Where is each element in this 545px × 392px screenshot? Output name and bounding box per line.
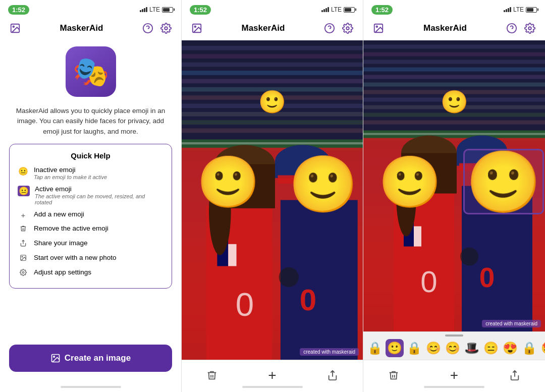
picker-emoji-lock-2[interactable]: 🔒 bbox=[406, 339, 423, 357]
svg-rect-27 bbox=[182, 120, 363, 125]
signal-bar bbox=[506, 9, 507, 12]
picker-emoji-lock-1[interactable]: 🔒 bbox=[366, 339, 384, 357]
photo-icon bbox=[18, 254, 29, 263]
help-main-share: Share your image bbox=[34, 239, 88, 247]
svg-point-48 bbox=[376, 26, 377, 27]
quick-help-box: Quick Help 😐 Inactive emoji Tap an emoji… bbox=[9, 144, 172, 289]
help-icon-1[interactable] bbox=[141, 21, 155, 35]
svg-point-80 bbox=[460, 248, 478, 266]
settings-icon-2[interactable] bbox=[341, 21, 355, 35]
image-nav-icon-1[interactable] bbox=[8, 21, 22, 35]
screen-panel-2: 1:52 LTE MaskerAid bbox=[182, 0, 363, 392]
signal-bar bbox=[142, 9, 143, 12]
svg-point-44 bbox=[279, 267, 299, 287]
signal-bar bbox=[323, 9, 325, 12]
share-button-3[interactable] bbox=[504, 364, 526, 386]
status-time-3: 1:52 bbox=[371, 5, 393, 15]
nav-icons-right-2 bbox=[322, 21, 355, 35]
help-main-remove: Remove the active emoji bbox=[34, 225, 108, 232]
signal-bar bbox=[321, 10, 323, 12]
settings-icon-1[interactable] bbox=[159, 21, 173, 35]
quick-help-title: Quick Help bbox=[18, 151, 164, 160]
photo-area-2[interactable]: 0 0 🙂 🙂 🙂 created with maskeraid bbox=[182, 40, 363, 360]
trash-icon bbox=[18, 225, 29, 234]
image-nav-icon-3[interactable] bbox=[371, 21, 386, 35]
signal-bar bbox=[508, 8, 509, 12]
help-item-remove: Remove the active emoji bbox=[18, 225, 164, 234]
picker-emoji-smile-3[interactable]: 😊 bbox=[444, 339, 461, 357]
svg-point-51 bbox=[528, 27, 531, 30]
lte-label-3: LTE bbox=[513, 6, 524, 13]
svg-rect-58 bbox=[363, 75, 545, 79]
delete-button-2[interactable] bbox=[201, 364, 223, 386]
battery-icon-3 bbox=[526, 7, 537, 13]
signal-bar bbox=[146, 7, 147, 12]
svg-rect-28 bbox=[182, 129, 363, 133]
screen-panel-1: 1:52 LTE MaskerAid bbox=[0, 0, 182, 392]
status-time-2: 1:52 bbox=[190, 5, 211, 15]
emoji-picker-3: 🔒 🙂 🔒 😊 😊 🎩 😑 😍 🔒 🤩 bbox=[363, 331, 545, 360]
emoji-large-right-active-3[interactable]: 🙂 bbox=[463, 149, 544, 214]
picker-emoji-smile-2[interactable]: 😊 bbox=[425, 339, 442, 357]
status-bar-2: 1:52 LTE bbox=[182, 0, 363, 18]
emoji-large-right-2[interactable]: 🙂 bbox=[289, 156, 358, 212]
picker-emoji-hat[interactable]: 🎩 bbox=[463, 339, 480, 357]
status-indicators-1: LTE bbox=[140, 6, 173, 13]
help-main-settings: Adjust app settings bbox=[34, 268, 91, 276]
photo-area-3[interactable]: 0 0 🙂 🙂 🙂 created with maskeraid bbox=[363, 40, 545, 331]
home-indicator-3 bbox=[424, 386, 484, 388]
help-icon-2[interactable] bbox=[322, 21, 337, 35]
help-sub-inactive: Tap an emoji to make it active bbox=[34, 174, 107, 180]
help-main-new-photo: Start over with a new photo bbox=[34, 254, 117, 261]
svg-rect-22 bbox=[182, 79, 363, 83]
delete-button-3[interactable] bbox=[383, 364, 405, 386]
svg-point-12 bbox=[194, 26, 196, 27]
create-image-button[interactable]: Create an image bbox=[9, 345, 172, 372]
svg-rect-30 bbox=[182, 142, 363, 144]
help-icon-3[interactable] bbox=[505, 21, 519, 35]
svg-text:0: 0 bbox=[300, 283, 316, 317]
svg-point-4 bbox=[165, 27, 168, 30]
share-button-2[interactable] bbox=[321, 364, 344, 386]
help-item-settings: Adjust app settings bbox=[18, 268, 164, 278]
create-image-icon bbox=[50, 353, 61, 363]
inactive-emoji-icon: 😐 bbox=[18, 166, 29, 176]
svg-text:0: 0 bbox=[479, 262, 495, 293]
picker-emoji-neutral[interactable]: 😑 bbox=[482, 339, 500, 357]
emoji-small-top-3[interactable]: 🙂 bbox=[441, 91, 468, 113]
screen-panel-3: 1:52 LTE MaskerAid bbox=[363, 0, 545, 392]
image-nav-icon-2[interactable] bbox=[190, 21, 204, 35]
add-button-2[interactable]: + bbox=[261, 364, 283, 386]
emoji-large-left-3[interactable]: 🙂 bbox=[378, 156, 442, 207]
status-indicators-3: LTE bbox=[504, 6, 537, 13]
help-main-add: Add a new emoji bbox=[34, 210, 84, 218]
picker-emoji-lock-3[interactable]: 🔒 bbox=[521, 339, 538, 357]
svg-rect-55 bbox=[363, 52, 545, 57]
picker-emoji-heart-eyes[interactable]: 😍 bbox=[502, 339, 519, 357]
add-button-3[interactable]: + bbox=[443, 364, 465, 386]
battery-icon-2 bbox=[344, 7, 355, 13]
help-item-inactive: 😐 Inactive emoji Tap an emoji to make it… bbox=[18, 166, 164, 180]
battery-icon-1 bbox=[162, 7, 173, 13]
picker-emoji-smile-active[interactable]: 🙂 bbox=[386, 339, 404, 357]
signal-bars-3 bbox=[504, 7, 511, 12]
nav-bar-1: MaskerAid bbox=[0, 18, 181, 40]
svg-rect-54 bbox=[363, 45, 545, 49]
nav-title-2: MaskerAid bbox=[242, 23, 285, 33]
svg-rect-20 bbox=[182, 63, 363, 67]
svg-rect-64 bbox=[363, 121, 545, 125]
picker-emoji-star-eyes[interactable]: 🤩 bbox=[540, 339, 545, 357]
emoji-large-left-2[interactable]: 🙂 bbox=[197, 156, 260, 207]
svg-text:0: 0 bbox=[236, 286, 254, 323]
nav-icons-right-1 bbox=[141, 21, 173, 35]
nav-title-1: MaskerAid bbox=[60, 23, 103, 33]
svg-rect-57 bbox=[363, 68, 545, 72]
home-indicator-2 bbox=[242, 386, 303, 388]
svg-point-1 bbox=[13, 26, 14, 27]
svg-rect-34 bbox=[228, 244, 236, 266]
svg-text:0: 0 bbox=[420, 265, 437, 299]
emoji-small-top-2[interactable]: 🙂 bbox=[258, 91, 286, 113]
settings-icon-3[interactable] bbox=[523, 21, 537, 35]
signal-bar bbox=[504, 10, 505, 12]
status-indicators-2: LTE bbox=[321, 6, 355, 13]
